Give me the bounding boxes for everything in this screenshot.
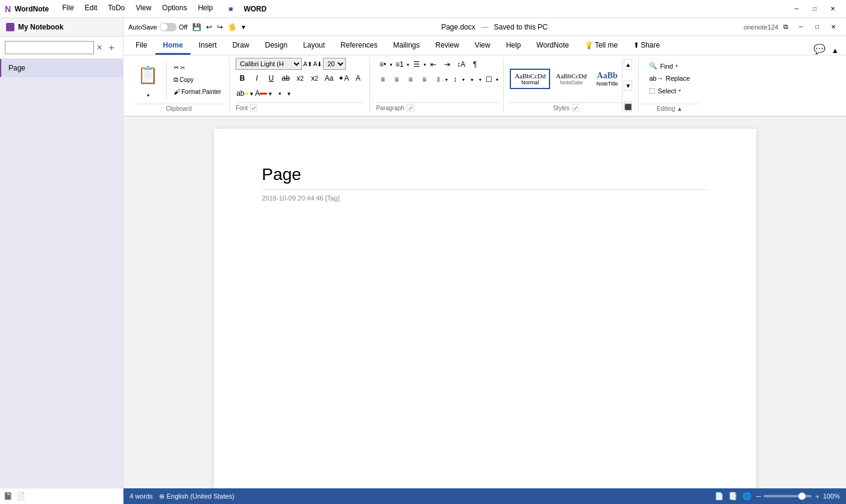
read-mode-icon[interactable]: 📄 (715, 492, 724, 500)
borders-button[interactable]: ☐ (482, 73, 495, 86)
strikethrough-button[interactable]: ab (279, 72, 292, 85)
line-spacing-dropdown[interactable]: ▾ (462, 77, 465, 82)
decrease-indent-button[interactable]: ⇤ (427, 58, 440, 71)
tab-wordnote[interactable]: WordNote (529, 37, 576, 55)
shading-para-button[interactable]: ▪ (465, 73, 478, 86)
styles-scroll-down[interactable]: ▼ (624, 80, 632, 91)
word-maximize-button[interactable]: □ (809, 20, 825, 34)
menu-options[interactable]: Options (157, 2, 192, 16)
font-name-select[interactable]: Calibri Light (H (236, 58, 302, 70)
clear-format-button[interactable]: ✦A (337, 72, 350, 85)
zoom-in-button[interactable]: ＋ (814, 492, 821, 501)
word-close-button[interactable]: ✕ (826, 20, 841, 34)
notebook-icon-bottom[interactable]: 📓 (4, 492, 13, 500)
style-notedate[interactable]: AaBbCcDd NoteDate (551, 69, 591, 89)
styles-dropdown-button[interactable]: ⬛ (624, 101, 632, 112)
zoom-slider[interactable] (763, 495, 812, 497)
borders-dropdown[interactable]: ▾ (496, 77, 498, 82)
align-left-button[interactable]: ≡ (376, 73, 389, 86)
menu-help[interactable]: Help (193, 2, 218, 16)
sort-button[interactable]: ↕A (454, 58, 468, 71)
styles-dialog-launcher[interactable]: ⤢ (572, 104, 579, 112)
increase-indent-button[interactable]: ⇥ (440, 58, 454, 71)
find-button[interactable]: 🔍 Find ▾ (645, 60, 694, 72)
tab-layout[interactable]: Layout (296, 37, 332, 55)
print-layout-icon[interactable]: 📑 (728, 492, 738, 500)
shading-button[interactable]: ▪ (273, 87, 286, 100)
numbering-dropdown[interactable]: ▾ (407, 62, 409, 67)
case-button[interactable]: Aa (322, 72, 336, 85)
minimize-button[interactable]: ─ (788, 3, 805, 15)
customize-icon[interactable]: ▾ (242, 23, 245, 31)
tab-review[interactable]: Review (428, 37, 466, 55)
page-item[interactable]: Page (0, 59, 123, 77)
line-spacing-button[interactable]: ↕ (448, 73, 462, 86)
web-layout-icon[interactable]: 🌐 (742, 492, 751, 500)
font-size-grow[interactable]: A⬆ (303, 61, 312, 67)
tab-share[interactable]: ⬆ Share (626, 37, 667, 55)
editing-collapse-arrow[interactable]: ▲ (677, 105, 683, 112)
show-marks-button[interactable]: ¶ (468, 58, 481, 71)
word-minimize-button[interactable]: ─ (793, 20, 809, 34)
settings-icon[interactable]: 📄 (16, 492, 25, 500)
styles-scroll-up[interactable]: ▲ (624, 59, 632, 70)
menu-file[interactable]: File (57, 2, 78, 16)
menu-view[interactable]: View (131, 2, 156, 16)
undo-icon[interactable]: ↩ (206, 23, 212, 31)
redo-icon[interactable]: ↪ (217, 23, 223, 31)
tab-view[interactable]: View (468, 37, 498, 55)
tab-insert[interactable]: Insert (192, 37, 224, 55)
search-clear-button[interactable]: ✕ (96, 43, 102, 52)
align-right-button[interactable]: ≡ (404, 73, 417, 86)
tab-home[interactable]: Home (155, 37, 190, 55)
tab-help[interactable]: Help (499, 37, 528, 55)
font-size-shrink[interactable]: A⬇ (313, 61, 322, 67)
bullets-button[interactable]: ≡• (376, 58, 389, 71)
column-dropdown[interactable]: ▾ (445, 77, 448, 82)
font-size-select[interactable]: 20 (323, 58, 346, 70)
tab-design[interactable]: Design (258, 37, 295, 55)
align-center-button[interactable]: ≡ (390, 73, 403, 86)
autosave-toggle[interactable] (160, 23, 177, 31)
highlight-dropdown[interactable]: ▾ (250, 90, 253, 97)
paste-button[interactable]: 📋 (133, 60, 163, 91)
bold-button[interactable]: B (236, 72, 249, 85)
copy-button[interactable]: ⧉ Copy (171, 74, 224, 86)
paste-dropdown[interactable]: ▾ (144, 91, 152, 100)
restore-icon[interactable]: ⧉ (783, 23, 788, 31)
menu-word[interactable]: ■ WORD (219, 2, 276, 16)
tab-references[interactable]: References (333, 37, 384, 55)
multilevel-button[interactable]: ☰ (410, 58, 423, 71)
save-icon[interactable]: 💾 (192, 23, 201, 31)
column-layout-button[interactable]: ⫴ (431, 73, 445, 86)
highlight-color-button[interactable]: ab (236, 87, 249, 100)
text-effects-button[interactable]: A (351, 72, 365, 85)
maximize-button[interactable]: □ (806, 3, 823, 15)
shading-para-dropdown[interactable]: ▾ (479, 77, 481, 82)
font-color-button[interactable]: A (254, 87, 268, 100)
add-page-button[interactable]: ＋ (105, 40, 118, 55)
accessibility-icon[interactable]: 🖐 (228, 23, 237, 31)
document-area[interactable]: Page 2018-10-09 20:44:46 [Tag] (124, 117, 846, 488)
shading-dropdown[interactable]: ▾ (287, 90, 290, 97)
ribbon-collapse-button[interactable]: ▲ (829, 46, 841, 55)
tab-tellme[interactable]: 💡 Tell me (577, 37, 625, 55)
cut-button[interactable]: ✂ ✂ (171, 62, 224, 73)
multilevel-dropdown[interactable]: ▾ (424, 62, 426, 67)
search-input[interactable] (5, 41, 94, 54)
numbering-button[interactable]: ≡1 (393, 58, 406, 71)
menu-edit[interactable]: Edit (80, 2, 102, 16)
menu-todo[interactable]: ToDo (103, 2, 130, 16)
close-button[interactable]: ✕ (824, 3, 841, 15)
style-notetitle[interactable]: AaBb NoteTitle (592, 68, 622, 90)
font-dialog-launcher[interactable]: ⤢ (250, 104, 257, 112)
tab-file[interactable]: File (128, 37, 154, 55)
replace-button[interactable]: ab→ Replace (645, 73, 694, 84)
ribbon-comment-icon[interactable]: 💬 (811, 43, 828, 55)
bullets-dropdown[interactable]: ▾ (390, 62, 392, 67)
select-button[interactable]: ⬚ Select ▾ (645, 85, 694, 96)
paragraph-dialog-launcher[interactable]: ⤢ (407, 104, 414, 112)
underline-button[interactable]: U (265, 72, 278, 85)
subscript-button[interactable]: x2 (293, 72, 307, 85)
italic-button[interactable]: I (250, 72, 263, 85)
